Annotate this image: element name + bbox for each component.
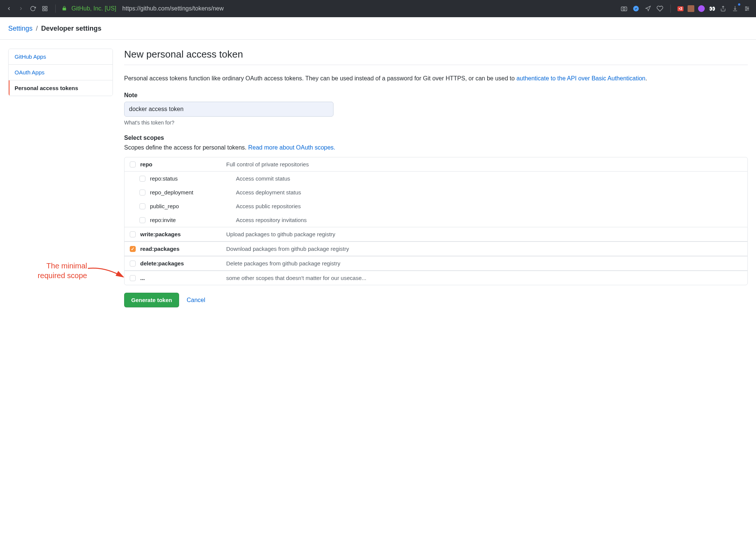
lock-icon — [62, 6, 67, 12]
breadcrumb: Settings / Developer settings — [0, 17, 756, 40]
scope-checkbox[interactable] — [139, 190, 145, 196]
note-help: What's this token for? — [124, 120, 748, 126]
reload-button[interactable] — [28, 4, 37, 13]
scope-checkbox[interactable] — [139, 203, 145, 209]
shield-check-icon[interactable] — [631, 4, 640, 13]
svg-marker-7 — [646, 6, 651, 11]
extension-cube-icon[interactable] — [687, 5, 695, 12]
scope-description: Download packages from github package re… — [226, 246, 349, 252]
auth-api-link[interactable]: authenticate to the API over Basic Authe… — [516, 75, 645, 81]
scope-name: public_repo — [150, 203, 236, 209]
breadcrumb-current: Developer settings — [41, 25, 101, 32]
url-display[interactable]: https://github.com/settings/tokens/new — [122, 5, 224, 12]
sidebar-item-personal-tokens[interactable]: Personal access tokens — [9, 80, 113, 96]
svg-point-14 — [746, 7, 747, 8]
scope-description: Access commit status — [236, 175, 290, 182]
scope-description: Access deployment status — [236, 189, 301, 196]
scope-row-repo-invite[interactable]: repo:inviteAccess repository invitations — [125, 213, 747, 227]
downloads-icon[interactable] — [731, 4, 740, 13]
scope-description: Full control of private repositories — [226, 161, 309, 167]
scope-name: read:packages — [140, 246, 226, 252]
extension-badge-icon[interactable]: •3 — [677, 5, 684, 12]
send-icon[interactable] — [643, 4, 652, 13]
scope-row-repo-status[interactable]: repo:statusAccess commit status — [125, 172, 747, 185]
note-label: Note — [124, 92, 748, 99]
extension-purple-icon[interactable] — [698, 5, 705, 12]
oauth-scopes-link[interactable]: Read more about OAuth scopes. — [248, 144, 335, 151]
scope-name: repo:status — [150, 175, 236, 182]
site-identity: GitHub, Inc. [US] — [71, 5, 116, 12]
scope-checkbox[interactable] — [130, 231, 136, 237]
scope-description: Delete packages from github package regi… — [226, 260, 340, 267]
svg-point-15 — [747, 8, 749, 9]
cancel-button[interactable]: Cancel — [187, 297, 205, 304]
scopes-list: repoFull control of private repositories… — [124, 157, 748, 285]
scope-name: repo:invite — [150, 217, 236, 223]
tabs-button[interactable] — [40, 4, 49, 13]
scope-checkbox[interactable] — [130, 275, 136, 281]
svg-point-5 — [623, 8, 625, 10]
share-icon[interactable] — [719, 4, 728, 13]
scope-checkbox[interactable] — [139, 217, 145, 223]
svg-rect-0 — [43, 6, 44, 8]
scope-row-write-packages[interactable]: write:packagesUpload packages to github … — [125, 227, 747, 241]
camera-icon[interactable] — [620, 4, 629, 13]
forward-button[interactable] — [16, 4, 25, 13]
svg-rect-1 — [45, 6, 47, 8]
generate-token-button[interactable]: Generate token — [124, 293, 179, 307]
scope-name: delete:packages — [140, 260, 226, 267]
svg-rect-3 — [45, 9, 47, 11]
scope-row-public_repo[interactable]: public_repoAccess public repositories — [125, 199, 747, 213]
scope-description: some other scopes that doesn't matter fo… — [226, 275, 366, 281]
scope-row-repo_deployment[interactable]: repo_deploymentAccess deployment status — [125, 185, 747, 199]
developer-menu: GitHub Apps OAuth Apps Personal access t… — [8, 49, 113, 96]
note-input[interactable] — [124, 102, 334, 117]
scope-name: repo — [140, 161, 226, 167]
scope-checkbox[interactable] — [130, 161, 136, 167]
sidebar-item-github-apps[interactable]: GitHub Apps — [9, 49, 113, 65]
scope-description: Upload packages to github package regist… — [226, 231, 335, 237]
preferences-icon[interactable] — [743, 4, 752, 13]
lead-text: Personal access tokens function like ord… — [124, 74, 748, 83]
scope-row----[interactable]: ...some other scopes that doesn't matter… — [125, 271, 747, 285]
scope-row-repo[interactable]: repoFull control of private repositories — [125, 157, 747, 172]
scopes-subtitle: Scopes define the access for personal to… — [124, 144, 748, 151]
scope-checkbox[interactable] — [139, 176, 145, 182]
extension-eyes-icon[interactable]: 👀 — [708, 5, 716, 12]
back-button[interactable] — [4, 4, 13, 13]
scope-name: write:packages — [140, 231, 226, 237]
sidebar-item-oauth-apps[interactable]: OAuth Apps — [9, 65, 113, 80]
breadcrumb-separator: / — [36, 25, 38, 32]
scope-checkbox[interactable] — [130, 246, 136, 252]
svg-point-16 — [746, 10, 747, 11]
heart-icon[interactable] — [655, 4, 664, 13]
page-title: New personal access token — [124, 49, 748, 65]
scope-description: Access repository invitations — [236, 217, 307, 223]
svg-rect-2 — [43, 9, 44, 11]
scope-row-delete-packages[interactable]: delete:packagesDelete packages from gith… — [125, 256, 747, 271]
scopes-label: Select scopes — [124, 135, 748, 141]
scope-description: Access public repositories — [236, 203, 301, 209]
scope-name: ... — [140, 275, 226, 281]
scope-row-read-packages[interactable]: read:packagesDownload packages from gith… — [125, 241, 747, 256]
scope-checkbox[interactable] — [130, 261, 136, 267]
browser-toolbar: GitHub, Inc. [US] https://github.com/set… — [0, 0, 756, 17]
scope-name: repo_deployment — [150, 189, 236, 196]
breadcrumb-settings[interactable]: Settings — [8, 25, 33, 32]
